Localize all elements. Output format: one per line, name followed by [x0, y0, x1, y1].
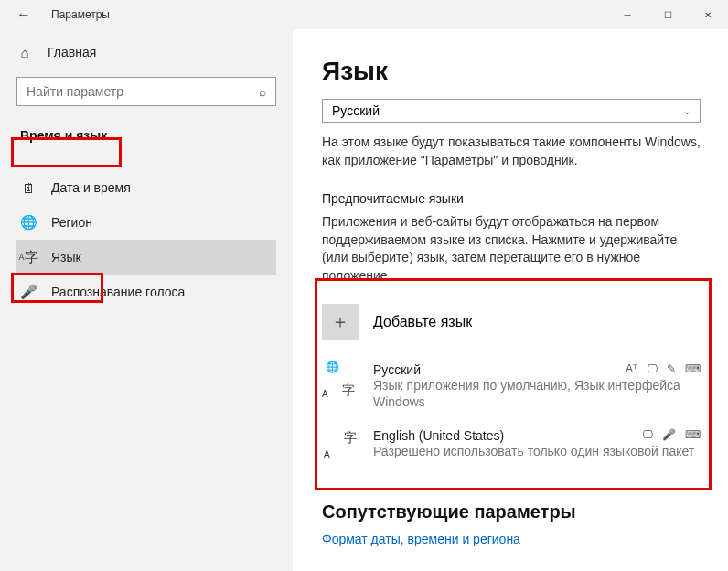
nav-list: 🗓 Дата и время 🌐 Регион A字 Язык 🎤 Распоз… [16, 170, 276, 309]
sidebar-item-date-time[interactable]: 🗓 Дата и время [16, 170, 276, 205]
display-language-description: На этом языке будут показываться такие к… [322, 134, 701, 169]
clock-icon: 🗓 [20, 179, 37, 196]
keyboard-icon: ⌨ [685, 428, 701, 443]
display-icon: 🖵 [647, 362, 658, 377]
language-glyph-icon: 🌐 A 字 [322, 362, 359, 399]
language-subtitle: Язык приложения по умолчанию, Язык интер… [373, 377, 701, 410]
window-controls: ─ ☐ ✕ [607, 0, 728, 29]
add-language-label: Добавьте язык [373, 314, 472, 330]
text-to-speech-icon: Aᵀ [626, 362, 637, 377]
sidebar-item-label: Дата и время [51, 180, 131, 195]
globe-icon: 🌐 [20, 214, 37, 231]
maximize-button[interactable]: ☐ [648, 0, 688, 29]
language-subtitle: Разрешено использовать только один языко… [373, 443, 701, 459]
sidebar: ⌂ Главная ⌕ Время и язык 🗓 Дата и время … [0, 29, 293, 571]
language-feature-icons: 🖵 🎤 ⌨ [642, 428, 701, 443]
language-feature-icons: Aᵀ 🖵 ✎ ⌨ [626, 362, 701, 377]
sidebar-item-speech[interactable]: 🎤 Распознавание голоса [16, 275, 276, 309]
preferred-languages-title: Предпочитаемые языки [322, 191, 701, 206]
minimize-button[interactable]: ─ [607, 0, 648, 29]
display-language-dropdown[interactable]: Русский ⌄ [322, 99, 701, 123]
sidebar-item-region[interactable]: 🌐 Регион [16, 205, 276, 240]
category-header: Время и язык [16, 123, 111, 148]
language-icon: A字 [20, 249, 37, 265]
window-title: Параметры [51, 8, 110, 21]
language-name: Русский [373, 362, 421, 377]
home-icon: ⌂ [16, 44, 33, 60]
display-icon: 🖵 [642, 428, 653, 443]
language-glyph-icon: A 字 [322, 428, 359, 465]
sidebar-item-label: Язык [51, 250, 81, 264]
handwriting-icon: ✎ [667, 362, 676, 377]
preferred-languages-description: Приложения и веб-сайты будут отображатьс… [322, 213, 701, 285]
sidebar-item-label: Распознавание голоса [51, 285, 185, 299]
add-language-button[interactable]: ＋ Добавьте язык [322, 298, 701, 353]
back-icon[interactable]: ← [16, 6, 35, 23]
titlebar: ← Параметры ─ ☐ ✕ [0, 0, 728, 29]
keyboard-icon: ⌨ [685, 362, 701, 377]
close-button[interactable]: ✕ [688, 0, 728, 29]
main-content: Язык Русский ⌄ На этом языке будут показ… [293, 29, 728, 571]
language-item[interactable]: A 字 English (United States) 🖵 🎤 ⌨ Разреш… [322, 419, 701, 474]
home-label: Главная [48, 45, 96, 59]
search-box[interactable]: ⌕ [16, 77, 276, 106]
dropdown-value: Русский [332, 103, 380, 118]
sidebar-item-language[interactable]: A字 Язык [16, 240, 276, 275]
language-item[interactable]: 🌐 A 字 Русский Aᵀ 🖵 ✎ ⌨ Язык прилож [322, 353, 701, 419]
search-icon: ⌕ [259, 84, 266, 99]
chevron-down-icon: ⌄ [683, 106, 691, 116]
related-settings-title: Сопутствующие параметры [322, 501, 701, 523]
related-link[interactable]: Формат даты, времени и региона [322, 532, 701, 546]
home-link[interactable]: ⌂ Главная [16, 44, 276, 60]
language-list: ＋ Добавьте язык 🌐 A 字 Русский Aᵀ 🖵 ✎ [322, 298, 701, 474]
language-name: English (United States) [373, 428, 504, 443]
microphone-icon: 🎤 [20, 284, 37, 300]
page-title: Язык [322, 57, 701, 86]
search-input[interactable] [27, 84, 259, 99]
speech-icon: 🎤 [662, 428, 676, 443]
sidebar-item-label: Регион [51, 215, 92, 230]
plus-icon: ＋ [322, 304, 359, 340]
